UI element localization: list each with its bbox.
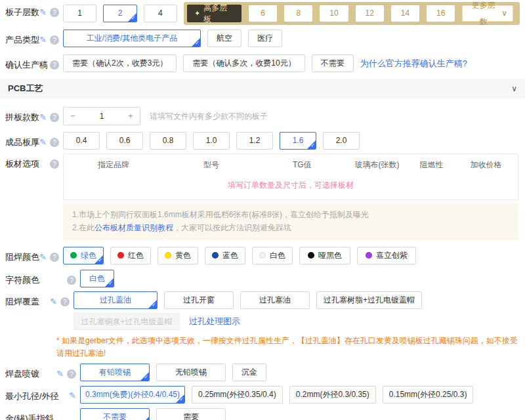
option-layers-4[interactable]: 4 xyxy=(144,5,177,22)
multilayer-badge-label: 高多层板 xyxy=(203,3,234,25)
edit-icon[interactable]: ✎ xyxy=(56,370,64,378)
help-icon[interactable]: ? xyxy=(50,253,59,262)
option-layers-8[interactable]: 8 xyxy=(284,5,312,22)
material-label: 板材选项 xyxy=(5,154,39,169)
option-confirm-none[interactable]: 不需要 xyxy=(312,54,354,72)
option-via-opened[interactable]: 过孔开窗 xyxy=(164,291,234,309)
option-layers-10[interactable]: 10 xyxy=(320,5,348,22)
row-panel-count: 拼板款数 ✎ ? − 1 + 请填写文件内有多少款不同的板子 xyxy=(5,107,520,125)
material-col-price: 加收价格 xyxy=(454,159,518,171)
help-icon[interactable]: ? xyxy=(67,276,76,285)
row-gold-finger-bevel: 金(锡)手指斜边 ✎ ? 不需要 需要 xyxy=(5,408,520,420)
stepper-minus-button[interactable]: − xyxy=(64,108,82,125)
option-product-industrial[interactable]: 工业/消费/其他类电子产品 xyxy=(63,30,201,47)
board-layers-label: 板子层数 xyxy=(5,2,39,18)
collapse-chevron-icon[interactable]: ∨ xyxy=(511,84,517,93)
option-layers-14[interactable]: 14 xyxy=(391,5,419,22)
option-thickness-1.2[interactable]: 1.2 xyxy=(236,132,273,150)
edit-icon[interactable]: ✎ xyxy=(39,253,47,261)
row-thickness: 成品板厚 ✎ ? 0.4 0.6 0.8 1.0 1.2 1.6 2.0 xyxy=(5,132,520,150)
help-icon[interactable]: ? xyxy=(50,159,59,169)
purple-color-dot xyxy=(366,252,372,259)
option-layers-6[interactable]: 6 xyxy=(249,5,277,22)
option-via-plugged[interactable]: 过孔塞油 xyxy=(240,291,310,309)
edit-icon[interactable]: ✎ xyxy=(39,9,47,16)
material-note-1: 1.市场上个别同行双面板1.6mm板材采用低档6张布(标准8张)，嘉立创给予抵制… xyxy=(72,208,509,221)
row-product-type: 产品类型 ✎ ? 工业/消费/其他类电子产品 航空 医疗 xyxy=(5,30,520,47)
option-layers-12[interactable]: 12 xyxy=(356,5,384,22)
option-product-aviation[interactable]: 航空 xyxy=(207,30,242,47)
edit-icon[interactable]: ✎ xyxy=(69,392,76,400)
option-via-tented[interactable]: 过孔盖油 xyxy=(74,291,158,309)
panel-count-label: 拼板款数 xyxy=(5,107,39,123)
option-thickness-0.4[interactable]: 0.4 xyxy=(63,132,100,150)
panel-count-stepper: − 1 + xyxy=(63,107,140,125)
yellow-color-dot xyxy=(165,252,171,259)
option-finish-enig[interactable]: 沉金 xyxy=(232,364,266,381)
option-hole-0.25mm[interactable]: 0.25mm(外径0.35/0.4) xyxy=(192,386,283,404)
multilayer-strip: ✦ 高多层板 6 8 10 12 14 16 更多层数 ∨ xyxy=(184,2,520,25)
option-layers-16[interactable]: 16 xyxy=(427,5,455,22)
option-thickness-1.6[interactable]: 1.6 xyxy=(280,132,316,150)
black-color-dot xyxy=(308,252,314,259)
help-icon[interactable]: ? xyxy=(50,138,59,147)
row-min-hole: 最小孔径/外径 ✎ 0.3mm(免费)(外径0.4/0.45) 0.25mm(外… xyxy=(5,386,520,404)
option-color-jlc-purple[interactable]: 嘉立创紫 xyxy=(357,247,416,264)
white-color-dot xyxy=(259,252,266,259)
option-silk-white[interactable]: 白色 xyxy=(80,270,114,287)
more-layers-label: 更多层数 xyxy=(468,0,499,30)
confirm-draft-label: 确认生产稿 xyxy=(5,54,39,70)
option-color-blue[interactable]: 蓝色 xyxy=(205,247,245,264)
row-via-cover: 阻焊覆盖 ✎ ? 过孔盖油 过孔开窗 过孔塞油 过孔塞树脂+过孔电镀盖帽 过孔塞… xyxy=(5,291,520,360)
option-hole-0.3mm[interactable]: 0.3mm(免费)(外径0.4/0.45) xyxy=(80,386,185,404)
material-table: 指定品牌 型号 TG值 玻璃布(张数) 阻燃性 加收价格 填写订单数量及尺寸后，… xyxy=(63,154,518,200)
help-icon[interactable]: ? xyxy=(50,113,59,122)
option-confirm-twice[interactable]: 需要（确认2次，收费3元） xyxy=(63,54,177,72)
why-confirm-link[interactable]: 为什么官方推荐确认生产稿? xyxy=(360,54,467,72)
option-confirm-multi[interactable]: 需要（确认多次，收费10元） xyxy=(183,54,304,72)
green-color-dot xyxy=(70,252,77,259)
option-layers-1[interactable]: 1 xyxy=(63,5,96,22)
material-guide-link[interactable]: 公布板材质量识别教程 xyxy=(94,223,173,232)
row-confirm-draft: 确认生产稿 ? 需要（确认2次，收费3元） 需要（确认多次，收费10元） 不需要… xyxy=(5,54,520,72)
option-color-white[interactable]: 白色 xyxy=(252,247,293,264)
more-layers-button[interactable]: 更多层数 ∨ xyxy=(462,5,513,22)
help-icon[interactable]: ? xyxy=(50,8,59,17)
option-color-matte-black[interactable]: 哑黑色 xyxy=(299,247,350,264)
option-bevel-no[interactable]: 不需要 xyxy=(80,408,150,420)
via-diagram-link[interactable]: 过孔处理图示 xyxy=(189,313,240,330)
edit-icon[interactable]: ✎ xyxy=(39,138,47,146)
option-color-green[interactable]: 绿色 xyxy=(63,247,104,264)
material-placeholder: 填写订单数量及尺寸后，可选择板材 xyxy=(64,173,518,200)
material-col-glass: 玻璃布(张数) xyxy=(345,159,409,171)
multilayer-badge[interactable]: ✦ 高多层板 xyxy=(187,5,242,22)
option-product-medical[interactable]: 医疗 xyxy=(248,30,282,47)
option-thickness-2.0[interactable]: 2.0 xyxy=(323,132,360,150)
help-icon[interactable]: ? xyxy=(67,369,76,379)
option-thickness-1.0[interactable]: 1.0 xyxy=(193,132,230,150)
help-icon[interactable]: ? xyxy=(50,60,59,70)
help-icon[interactable]: ? xyxy=(60,297,70,306)
row-material: 板材选项 ? 指定品牌 型号 TG值 玻璃布(张数) 阻燃性 加收价格 填写订单… xyxy=(5,154,520,240)
option-finish-hasl-leadfree[interactable]: 无铅喷锡 xyxy=(156,364,226,381)
option-finish-hasl-lead[interactable]: 有铅喷锡 xyxy=(80,364,150,381)
stepper-plus-button[interactable]: + xyxy=(121,108,140,125)
help-icon[interactable]: ? xyxy=(50,35,59,45)
row-solder-color: 阻焊颜色 ✎ ? 绿色 红色 黄色 蓝色 白色 哑黑色 嘉立创紫 xyxy=(5,247,520,264)
option-thickness-0.6[interactable]: 0.6 xyxy=(106,132,143,150)
option-bevel-yes[interactable]: 需要 xyxy=(156,408,226,420)
material-col-brand: 指定品牌 xyxy=(64,159,163,171)
edit-icon[interactable]: ✎ xyxy=(39,114,47,121)
option-thickness-0.8[interactable]: 0.8 xyxy=(150,132,186,150)
material-notes: 1.市场上个别同行双面板1.6mm板材采用低档6张布(标准8张)，嘉立创给予抵制… xyxy=(63,203,518,240)
panel-count-value[interactable]: 1 xyxy=(82,108,121,125)
edit-icon[interactable]: ✎ xyxy=(50,298,57,306)
material-note-2: 2.在此公布板材质量识别教程，大家可以按此方法识别避免踩坑 xyxy=(72,221,509,234)
option-layers-2[interactable]: 2 xyxy=(103,5,136,22)
option-color-red[interactable]: 红色 xyxy=(110,247,151,264)
option-hole-0.2mm[interactable]: 0.2mm(外径0.3/0.35) xyxy=(289,386,376,404)
option-hole-0.15mm[interactable]: 0.15mm(外径0.25/0.3) xyxy=(383,386,474,404)
option-color-yellow[interactable]: 黄色 xyxy=(158,247,198,264)
option-via-epoxy-capped[interactable]: 过孔塞树脂+过孔电镀盖帽 xyxy=(316,291,422,309)
edit-icon[interactable]: ✎ xyxy=(39,36,47,44)
